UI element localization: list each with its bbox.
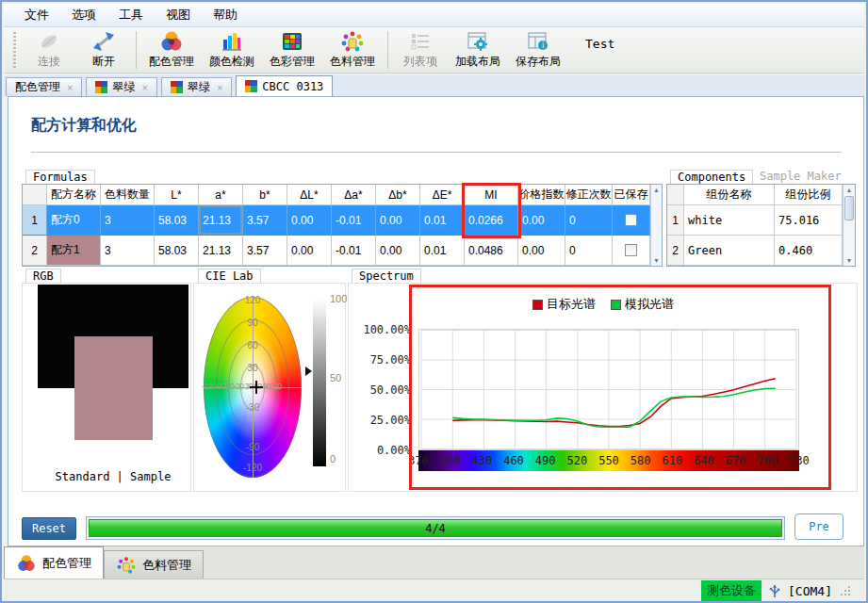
document-color-icon bbox=[171, 81, 183, 93]
axis-tick: 490 bbox=[532, 454, 560, 467]
close-icon[interactable]: × bbox=[217, 82, 222, 93]
axis-tick: 25.00% bbox=[354, 414, 411, 427]
page-title: 配方计算和优化 bbox=[31, 116, 137, 136]
colorant-manage-icon bbox=[116, 556, 137, 575]
menu-file[interactable]: 文件 bbox=[13, 4, 60, 26]
progress-fill: 4/4 bbox=[89, 519, 782, 537]
close-icon[interactable]: × bbox=[141, 82, 147, 93]
components-scrollbar[interactable]: ▲ ▼ bbox=[843, 185, 855, 266]
menu-tools[interactable]: 工具 bbox=[107, 4, 155, 26]
legend-simulated: 模拟光谱 bbox=[611, 296, 674, 313]
color-detect-button[interactable]: 颜色检测 bbox=[202, 28, 262, 72]
chart-legend: 目标光谱 模拟光谱 bbox=[490, 296, 716, 313]
reset-button[interactable]: Reset bbox=[22, 517, 76, 540]
lightness-marker[interactable] bbox=[305, 367, 312, 376]
tab-peise-guanli[interactable]: 配色管理 × bbox=[6, 77, 82, 96]
formulas-row-2[interactable]: 2 配方1 3 58.03 21.13 3.57 0.00 -0.01 0.00… bbox=[23, 236, 650, 266]
axis-tick: -30 bbox=[246, 402, 259, 413]
axis-tick: 670 bbox=[722, 454, 750, 467]
axis-tick: -120 bbox=[243, 463, 262, 473]
title-divider bbox=[31, 152, 842, 153]
bottom-tab-colorant-manage[interactable]: 色料管理 bbox=[104, 550, 204, 579]
load-layout-button[interactable]: 加载布局 bbox=[448, 28, 508, 72]
document-color-icon bbox=[245, 80, 257, 92]
color-matching-icon bbox=[16, 554, 37, 573]
axis-tick: -90 bbox=[246, 442, 259, 452]
axis-tick: 30 bbox=[247, 363, 257, 373]
tab-cbcc-0313[interactable]: CBCC 0313 bbox=[236, 75, 333, 96]
resize-grip[interactable] bbox=[840, 585, 851, 596]
formulas-panel-tab[interactable]: Formulas bbox=[25, 170, 95, 184]
bottom-tab-color-matching[interactable]: 配色管理 bbox=[4, 546, 104, 579]
saved-checkbox[interactable] bbox=[625, 244, 637, 256]
axis-tick: 730 bbox=[785, 454, 813, 467]
disconnect-button[interactable]: 断开 bbox=[76, 28, 131, 72]
scroll-up-icon[interactable]: ▲ bbox=[846, 185, 853, 195]
scroll-down-icon[interactable]: ▼ bbox=[653, 255, 660, 266]
axis-tick: 75.00% bbox=[354, 353, 411, 367]
menu-help[interactable]: 帮助 bbox=[202, 4, 249, 26]
axis-tick: 550 bbox=[595, 454, 623, 467]
save-layout-button[interactable]: i 保存布局 bbox=[508, 28, 568, 72]
toolbar: 连接 断开 配色管理 bbox=[4, 27, 864, 73]
axis-tick: 610 bbox=[658, 454, 686, 467]
formulas-scrollbar[interactable]: ▲ ▼ bbox=[650, 185, 662, 266]
spectrum-panel: 目标光谱 模拟光谱 100.00%75.00%50.00%25.00%0.00%… bbox=[348, 283, 858, 492]
axis-tick: 640 bbox=[690, 454, 718, 467]
formulas-row-1[interactable]: 1 配方0 3 58.03 21.13 3.57 0.00 -0.01 0.00… bbox=[23, 205, 650, 236]
saved-checkbox[interactable] bbox=[625, 214, 637, 226]
cielab-panel-tab[interactable]: CIE Lab bbox=[198, 269, 261, 283]
axis-tick: 120 bbox=[245, 295, 261, 305]
axis-tick: 0.00% bbox=[354, 444, 411, 457]
axis-tick: 60 bbox=[247, 340, 257, 350]
toolbar-grip[interactable] bbox=[13, 32, 16, 68]
sample-color-swatch bbox=[74, 336, 153, 440]
legend-swatch-red bbox=[532, 300, 543, 310]
spectrum-panel-tab[interactable]: Spectrum bbox=[352, 269, 421, 283]
cielab-panel: 120 90 60 30 -30 -90 -120 -120-90-60-30 … bbox=[193, 283, 346, 492]
svg-text:i: i bbox=[542, 41, 544, 50]
device-status-badge: 测色设备 bbox=[701, 580, 762, 601]
color-manage-button[interactable]: 色彩管理 bbox=[262, 28, 322, 72]
list-items-button[interactable]: 列表项 bbox=[393, 28, 448, 72]
colorant-manage-button[interactable]: 色料管理 bbox=[322, 28, 383, 72]
scroll-up-icon[interactable]: ▲ bbox=[653, 185, 660, 195]
list-items-icon bbox=[408, 30, 433, 53]
formulas-header-row: 配方名称 色料数量 L* a* b* ΔL* Δa* Δb* ΔE* MI 价格… bbox=[23, 185, 650, 205]
progress-bar: 4/4 bbox=[86, 516, 785, 540]
spectrum-chart bbox=[418, 329, 799, 450]
color-manage-icon bbox=[280, 30, 304, 53]
pre-button[interactable]: Pre bbox=[794, 513, 843, 540]
color-matching-button[interactable]: 配色管理 bbox=[141, 28, 202, 72]
menu-options[interactable]: 选项 bbox=[60, 4, 107, 26]
scrollbar-thumb[interactable] bbox=[844, 196, 854, 220]
component-row-2[interactable]: 2 Green 0.460 bbox=[667, 236, 843, 266]
scroll-down-icon[interactable]: ▼ bbox=[846, 255, 853, 266]
rgb-panel: Standard | Sample bbox=[22, 283, 191, 492]
sample-maker-panel-tab[interactable]: Sample Maker bbox=[753, 170, 848, 184]
axis-tick: 100 bbox=[330, 293, 347, 304]
tab-cuilv-1[interactable]: 翠绿 × bbox=[86, 77, 156, 96]
axis-tick: 50 bbox=[330, 372, 341, 383]
app-window: 文件 选项 工具 视图 帮助 连接 断开 bbox=[0, 0, 868, 603]
tab-cuilv-2[interactable]: 翠绿 × bbox=[161, 77, 232, 96]
lightness-bar bbox=[313, 299, 326, 466]
rgb-caption: Standard | Sample bbox=[38, 470, 188, 483]
load-layout-icon bbox=[466, 30, 490, 53]
axis-tick: 100.00% bbox=[354, 323, 411, 336]
main-content: 配方计算和优化 Formulas 配方名称 色料数量 L* a* b* ΔL* … bbox=[8, 96, 864, 546]
components-panel-tab[interactable]: Components bbox=[670, 170, 753, 184]
status-bar: 测色设备 [COM4] bbox=[4, 579, 864, 602]
connect-button[interactable]: 连接 bbox=[22, 28, 76, 72]
menu-view[interactable]: 视图 bbox=[155, 4, 202, 26]
axis-tick: 430 bbox=[467, 454, 496, 467]
close-icon[interactable]: × bbox=[67, 82, 73, 93]
component-row-1[interactable]: 1 white 75.016 bbox=[667, 205, 843, 236]
document-color-icon bbox=[95, 81, 107, 93]
rgb-panel-tab[interactable]: RGB bbox=[25, 269, 61, 283]
save-layout-icon: i bbox=[526, 30, 550, 53]
components-table: 组份名称 组份比例 1 white 75.016 2 Green 0.460 ▲… bbox=[666, 184, 856, 267]
focused-cell[interactable]: 21.13 bbox=[199, 205, 243, 236]
bottom-tab-strip: 配色管理 色料管理 bbox=[4, 546, 864, 579]
connect-icon bbox=[37, 30, 61, 53]
